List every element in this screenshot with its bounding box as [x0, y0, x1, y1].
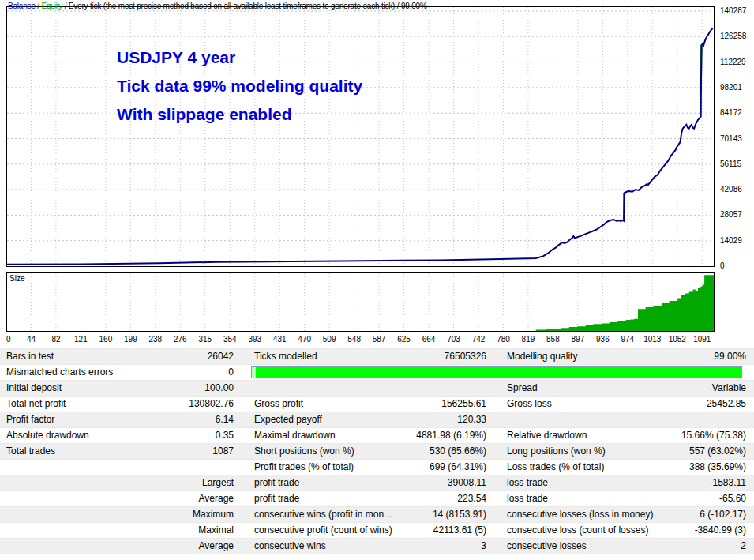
- stat-label: Relative drawdown: [507, 428, 587, 444]
- stat-value: 1087: [111, 444, 234, 460]
- table-row: Maximumconsecutive wins (profit in mon..…: [0, 506, 754, 522]
- table-row: Profit factor6.14Expected payoff120.33: [0, 412, 754, 427]
- stat-label: loss trade: [507, 475, 548, 491]
- stat-label: Mismatched charts errors: [6, 365, 113, 381]
- stat-value: 39008.11: [357, 475, 486, 491]
- x-axis-tick-label: 742: [472, 335, 486, 344]
- results-table: Bars in test26042Ticks modelled76505326M…: [0, 348, 754, 554]
- stat-label: Loss trades (% of total): [507, 460, 604, 475]
- stat-value: 120.33: [357, 412, 486, 428]
- equity-series-label: Equity: [42, 2, 63, 10]
- size-bars: [536, 275, 715, 332]
- x-axis-tick-label: 160: [99, 335, 113, 344]
- stat-value: 0.35: [111, 428, 234, 444]
- stat-value: 26042: [111, 349, 234, 365]
- stat-value: 6.14: [111, 412, 234, 428]
- stat-value: 223.54: [357, 491, 486, 507]
- stat-value: 156255.61: [357, 397, 486, 412]
- x-axis-tick-label: 393: [248, 335, 261, 344]
- x-axis-tick-label: 703: [447, 335, 460, 344]
- x-axis-tick-label: 0: [6, 335, 11, 344]
- stat-label: Expected payoff: [254, 412, 322, 428]
- annotation-line-3: With slippage enabled: [117, 100, 362, 129]
- table-row: Total trades1087Short positions (won %)5…: [0, 443, 754, 459]
- x-axis-tick-label: 974: [621, 335, 634, 344]
- stat-label: Short positions (won %): [254, 444, 354, 460]
- x-axis-tick-label: 625: [397, 335, 411, 344]
- stat-label: profit trade: [254, 491, 299, 507]
- x-axis-tick-label: 44: [27, 335, 36, 344]
- x-axis-tick-label: 238: [148, 335, 162, 344]
- stat-value: Average: [111, 491, 234, 507]
- stat-value: 0: [111, 365, 234, 381]
- stat-label: Total trades: [6, 444, 55, 460]
- stat-value: -1583.11: [617, 475, 746, 491]
- y-axis-tick-label: 98201: [720, 83, 742, 92]
- stat-value: Variable: [617, 381, 746, 397]
- stat-label: Spread: [507, 381, 538, 397]
- x-axis-tick-label: 509: [323, 335, 336, 344]
- table-row: Absolute drawdown0.35Maximal drawdown488…: [0, 427, 754, 443]
- y-axis-tick-label: 112229: [720, 58, 746, 66]
- x-axis-tick-label: 897: [572, 335, 585, 344]
- y-axis-tick-label: 84172: [720, 108, 742, 117]
- stat-value: Largest: [111, 475, 234, 491]
- stat-label: Bars in test: [6, 349, 54, 365]
- modelling-quality-bar: [251, 366, 742, 378]
- stat-value: 3: [357, 539, 486, 554]
- stat-label: consecutive wins: [254, 539, 326, 554]
- x-axis-tick-label: 315: [198, 335, 212, 344]
- stat-value: 557 (63.02%): [617, 444, 746, 460]
- table-row: Largestprofit trade39008.11loss trade-15…: [0, 475, 754, 490]
- stat-value: 15.66% (75.38): [617, 428, 746, 444]
- x-axis-tick-label: 1013: [643, 335, 661, 344]
- stat-value: -3840.99 (3): [617, 523, 746, 539]
- annotation-line-1: USDJPY 4 year: [117, 43, 362, 72]
- annotation-line-2: Tick data 99% modeling quality: [117, 72, 362, 100]
- header-method-text: / Every tick (the most precise method ba…: [62, 2, 427, 10]
- x-axis-tick-label: 276: [174, 335, 187, 344]
- y-axis-tick-label: 70143: [720, 134, 742, 143]
- x-axis-tick-label: 431: [273, 335, 287, 344]
- header-separator: /: [36, 2, 42, 10]
- stat-value: 2: [617, 539, 746, 554]
- y-axis-tick-label: 0: [720, 261, 725, 270]
- table-row: Initial deposit100.00SpreadVariable: [0, 380, 754, 396]
- x-axis-tick-label: 470: [298, 335, 311, 344]
- stat-label: Absolute drawdown: [6, 428, 89, 444]
- stat-value: Maximum: [111, 507, 234, 523]
- stat-label: consecutive losses: [507, 539, 587, 554]
- chart-annotation: USDJPY 4 year Tick data 99% modeling qua…: [117, 43, 362, 129]
- y-axis-tick-label: 56115: [720, 160, 741, 168]
- x-axis-tick-label: 1052: [669, 335, 686, 344]
- stat-label: Profit factor: [6, 412, 54, 428]
- x-axis-tick-label: 1091: [693, 335, 711, 344]
- x-axis-tick-label: 199: [124, 335, 137, 344]
- x-axis-tick-label: 354: [223, 335, 237, 344]
- x-axis-tick-label: 819: [522, 335, 535, 344]
- report-header: Balance / Equity / Every tick (the most …: [8, 2, 427, 10]
- table-row: Averageprofit trade223.54loss trade-65.6…: [0, 490, 754, 506]
- stat-label: Long positions (won %): [507, 444, 606, 460]
- table-row: Averageconsecutive wins3consecutive loss…: [0, 538, 754, 554]
- stat-value: 699 (64.31%): [357, 460, 486, 475]
- stat-value: 99.00%: [617, 349, 746, 365]
- stat-value: Maximal: [111, 523, 234, 539]
- stat-label: Profit trades (% of total): [254, 460, 354, 475]
- stat-value: 130802.76: [111, 397, 234, 412]
- stat-label: Total net profit: [6, 397, 66, 412]
- y-axis-tick-label: 28057: [720, 210, 742, 219]
- stat-label: loss trade: [507, 491, 548, 507]
- x-axis-tick-label: 664: [422, 335, 436, 344]
- x-axis-tick-label: 858: [546, 335, 560, 344]
- table-row: Mismatched charts errors0: [0, 364, 754, 380]
- stat-value: 4881.98 (6.19%): [357, 428, 486, 444]
- table-row: Bars in test26042Ticks modelled76505326M…: [0, 348, 754, 364]
- stat-value: 388 (35.69%): [617, 460, 746, 475]
- backtest-report: Balance / Equity / Every tick (the most …: [0, 0, 754, 560]
- stat-value: 76505326: [357, 349, 486, 365]
- table-row: Maximalconsecutive profit (count of wins…: [0, 522, 754, 538]
- trade-size-chart-panel[interactable]: [6, 272, 715, 332]
- stat-label: Modelling quality: [507, 349, 577, 365]
- y-axis-tick-label: 126258: [720, 32, 746, 40]
